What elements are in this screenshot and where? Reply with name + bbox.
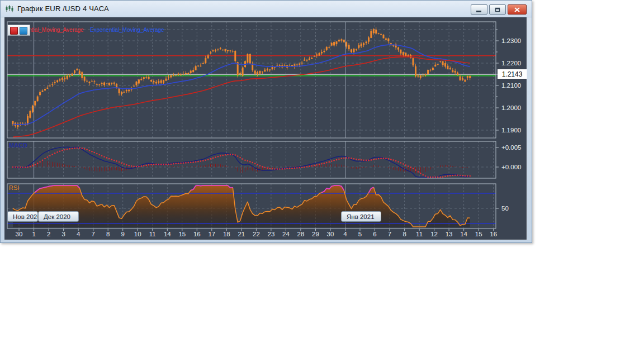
month-button-nov-2020[interactable]: Нов 2020 bbox=[7, 211, 38, 222]
svg-text:9: 9 bbox=[121, 231, 124, 237]
svg-text:4: 4 bbox=[77, 231, 80, 237]
svg-text:22: 22 bbox=[253, 231, 260, 237]
svg-text:50: 50 bbox=[501, 205, 509, 212]
svg-text:7: 7 bbox=[91, 231, 94, 237]
svg-text:4: 4 bbox=[343, 231, 347, 237]
svg-text:15: 15 bbox=[178, 231, 186, 237]
svg-text:11: 11 bbox=[416, 231, 423, 237]
price-chart-svg: 1.23001.22001.21001.20001.1900+0.005+0.0… bbox=[4, 17, 527, 240]
minimize-icon bbox=[476, 7, 482, 12]
svg-text:1.2100: 1.2100 bbox=[501, 82, 521, 89]
svg-text:12: 12 bbox=[430, 231, 438, 237]
month-button-jan-2021[interactable]: Янв 2021 bbox=[341, 211, 381, 222]
window-controls bbox=[469, 4, 527, 15]
svg-text:1.1900: 1.1900 bbox=[501, 127, 521, 134]
svg-text:24: 24 bbox=[282, 231, 290, 237]
svg-text:1.2000: 1.2000 bbox=[501, 104, 521, 111]
svg-text:30: 30 bbox=[16, 231, 23, 237]
svg-text:+0.005: +0.005 bbox=[501, 144, 522, 151]
ema-fast-color-button[interactable] bbox=[20, 27, 27, 35]
restore-button[interactable] bbox=[489, 4, 506, 15]
svg-text:1.2200: 1.2200 bbox=[501, 60, 521, 66]
close-button[interactable] bbox=[508, 4, 527, 15]
svg-text:5: 5 bbox=[358, 231, 362, 237]
svg-text:14: 14 bbox=[460, 231, 467, 237]
window-titlebar[interactable]: График EUR /USD 4 ЧАСА bbox=[1, 1, 532, 17]
window-title: График EUR /USD 4 ЧАСА bbox=[17, 4, 109, 13]
svg-text:+0.000: +0.000 bbox=[501, 164, 522, 170]
svg-text:11: 11 bbox=[149, 231, 156, 237]
svg-text:1: 1 bbox=[32, 231, 35, 237]
svg-text:16: 16 bbox=[193, 231, 201, 237]
svg-text:1.2300: 1.2300 bbox=[501, 37, 521, 44]
svg-text:18: 18 bbox=[223, 231, 230, 237]
close-icon bbox=[514, 7, 520, 12]
svg-text:3: 3 bbox=[61, 231, 65, 237]
minimize-button[interactable] bbox=[471, 4, 487, 15]
svg-text:6: 6 bbox=[373, 231, 376, 237]
legend-color-buttons bbox=[7, 25, 30, 36]
svg-text:17: 17 bbox=[208, 231, 215, 237]
svg-text:8: 8 bbox=[106, 231, 110, 237]
chart-canvas[interactable]: 1.23001.22001.21001.20001.1900+0.005+0.0… bbox=[4, 17, 527, 240]
svg-text:29: 29 bbox=[312, 231, 319, 237]
svg-text:7: 7 bbox=[388, 231, 391, 237]
svg-text:15: 15 bbox=[475, 231, 482, 237]
chart-window: График EUR /USD 4 ЧАСА 1.23001.22001.210… bbox=[0, 0, 532, 243]
svg-text:8: 8 bbox=[402, 231, 406, 237]
svg-text:28: 28 bbox=[297, 231, 305, 237]
svg-text:10: 10 bbox=[134, 231, 141, 237]
svg-text:13: 13 bbox=[446, 231, 453, 237]
svg-text:2: 2 bbox=[47, 231, 50, 237]
svg-text:30: 30 bbox=[327, 231, 334, 237]
ema-slow-color-button[interactable] bbox=[10, 27, 18, 35]
restore-icon bbox=[495, 7, 500, 12]
svg-text:14: 14 bbox=[164, 231, 171, 237]
svg-text:16: 16 bbox=[490, 231, 497, 237]
app-icon bbox=[5, 4, 14, 13]
chart-client-area: 1.23001.22001.21001.20001.1900+0.005+0.0… bbox=[4, 17, 527, 240]
svg-text:23: 23 bbox=[268, 231, 275, 237]
svg-text:21: 21 bbox=[238, 231, 245, 237]
month-button-dec-2020[interactable]: Дек 2020 bbox=[38, 211, 79, 222]
